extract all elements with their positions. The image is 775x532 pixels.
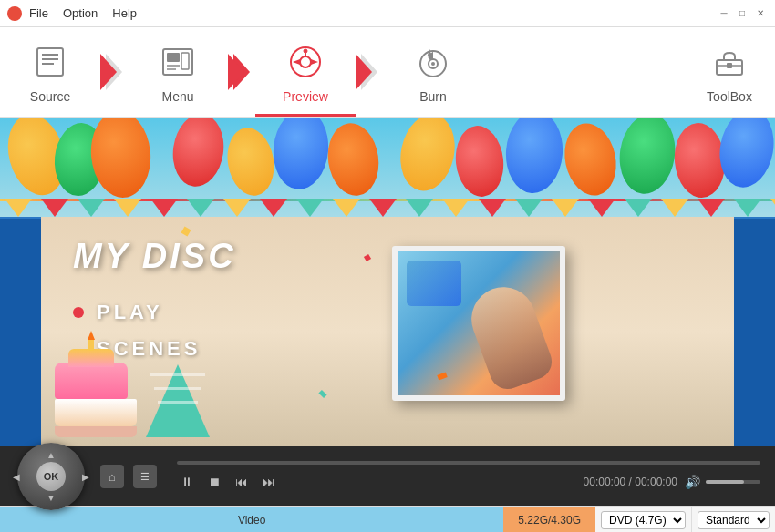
svg-point-10 bbox=[300, 56, 311, 67]
nav-down-button[interactable]: ▼ bbox=[46, 493, 56, 503]
toolbar-item-toolbox[interactable]: ToolBox bbox=[684, 27, 775, 117]
preview-area: MY DISC PLAY SCENES bbox=[0, 118, 775, 446]
disc-title-text: MY DISC bbox=[73, 237, 236, 276]
party-hat bbox=[146, 364, 210, 437]
toolbox-icon bbox=[708, 40, 751, 84]
side-left-panel bbox=[0, 217, 41, 446]
toolbar-item-menu[interactable]: Menu bbox=[128, 27, 228, 117]
dvd-select[interactable]: DVD (4.7G) bbox=[601, 511, 686, 529]
minimize-button[interactable]: ─ bbox=[717, 6, 731, 21]
nav-up-button[interactable]: ▲ bbox=[46, 450, 56, 460]
menu-option[interactable]: Option bbox=[63, 6, 98, 20]
toolbar-item-source[interactable]: Source bbox=[0, 27, 100, 117]
toolbar-item-preview[interactable]: Preview bbox=[255, 27, 356, 117]
status-dvd: DVD (4.7G) bbox=[595, 507, 691, 532]
stop-button[interactable]: ⏹ bbox=[204, 472, 224, 492]
svg-rect-5 bbox=[167, 53, 180, 62]
progress-bar[interactable] bbox=[177, 461, 760, 465]
toolbar-item-burn[interactable]: Burn bbox=[383, 27, 483, 117]
burn-label: Burn bbox=[419, 89, 447, 104]
volume-icon: 🔊 bbox=[685, 475, 700, 489]
preview-icon bbox=[284, 40, 327, 84]
home-button[interactable]: ⌂ bbox=[100, 465, 124, 488]
menu-help[interactable]: Help bbox=[112, 6, 137, 20]
volume-fill bbox=[706, 480, 744, 484]
svg-rect-20 bbox=[727, 63, 732, 68]
menu-label: Menu bbox=[161, 89, 193, 104]
water-area bbox=[407, 261, 461, 306]
title-bar: File Option Help ─ □ ✕ bbox=[0, 0, 775, 27]
arrow-1 bbox=[100, 27, 128, 117]
person-silhouette bbox=[462, 278, 556, 394]
side-right-panel bbox=[734, 217, 775, 446]
svg-marker-14 bbox=[293, 59, 300, 65]
status-bar: Video 5.22G/4.30G DVD (4.7G) Standard bbox=[0, 506, 775, 532]
toolbar: Source Menu bbox=[0, 27, 775, 118]
standard-select[interactable]: Standard bbox=[698, 511, 770, 529]
list-button[interactable]: ☰ bbox=[133, 465, 157, 488]
pause-button[interactable]: ⏸ bbox=[177, 472, 197, 492]
status-standard: Standard bbox=[691, 507, 775, 532]
maximize-button[interactable]: □ bbox=[735, 6, 749, 21]
disc-thumbnail bbox=[392, 246, 565, 401]
next-button[interactable]: ⏭ bbox=[259, 472, 279, 492]
cake-bottom bbox=[55, 399, 137, 426]
arrow-3 bbox=[356, 27, 383, 117]
status-size: 5.22G/4.30G bbox=[503, 507, 595, 532]
menu-icon bbox=[156, 40, 200, 84]
status-video: Video bbox=[0, 507, 503, 532]
svg-rect-8 bbox=[181, 53, 189, 69]
controls-bar: OK ▲ ▼ ◀ ▶ ⌂ ☰ ⏸ ⏹ ⏮ ⏭ 00:00:00 / 00:00:… bbox=[0, 446, 775, 506]
nav-cluster: OK ▲ ▼ ◀ ▶ bbox=[15, 452, 88, 501]
nav-left-button[interactable]: ◀ bbox=[13, 472, 20, 482]
bunting-flags bbox=[0, 199, 775, 217]
volume-section: 🔊 bbox=[685, 475, 760, 489]
close-button[interactable]: ✕ bbox=[753, 6, 768, 21]
source-label: Source bbox=[30, 89, 70, 104]
birthday-cake bbox=[55, 363, 137, 437]
play-dot bbox=[73, 307, 84, 318]
svg-point-17 bbox=[431, 62, 435, 66]
nav-right-button[interactable]: ▶ bbox=[82, 472, 89, 482]
ok-button[interactable]: OK bbox=[36, 462, 66, 491]
preview-label: Preview bbox=[283, 89, 328, 104]
svg-marker-13 bbox=[311, 59, 318, 65]
window-controls: ─ □ ✕ bbox=[717, 6, 768, 21]
prev-button[interactable]: ⏮ bbox=[232, 472, 252, 492]
volume-slider[interactable] bbox=[706, 480, 760, 484]
svg-rect-0 bbox=[37, 48, 63, 76]
cake-plate bbox=[55, 426, 137, 437]
svg-point-11 bbox=[304, 49, 307, 53]
menu-bar: File Option Help bbox=[29, 6, 137, 20]
arrow-2 bbox=[228, 27, 255, 117]
menu-file[interactable]: File bbox=[29, 6, 48, 20]
playback-section: ⏸ ⏹ ⏮ ⏭ 00:00:00 / 00:00:00 🔊 bbox=[166, 461, 760, 492]
toolbox-label: ToolBox bbox=[707, 89, 752, 104]
time-display: 00:00:00 / 00:00:00 bbox=[584, 476, 677, 488]
app-icon bbox=[7, 6, 22, 21]
playback-controls-row: ⏸ ⏹ ⏮ ⏭ 00:00:00 / 00:00:00 🔊 bbox=[177, 472, 760, 492]
source-icon bbox=[28, 40, 72, 84]
burn-icon bbox=[411, 40, 455, 84]
